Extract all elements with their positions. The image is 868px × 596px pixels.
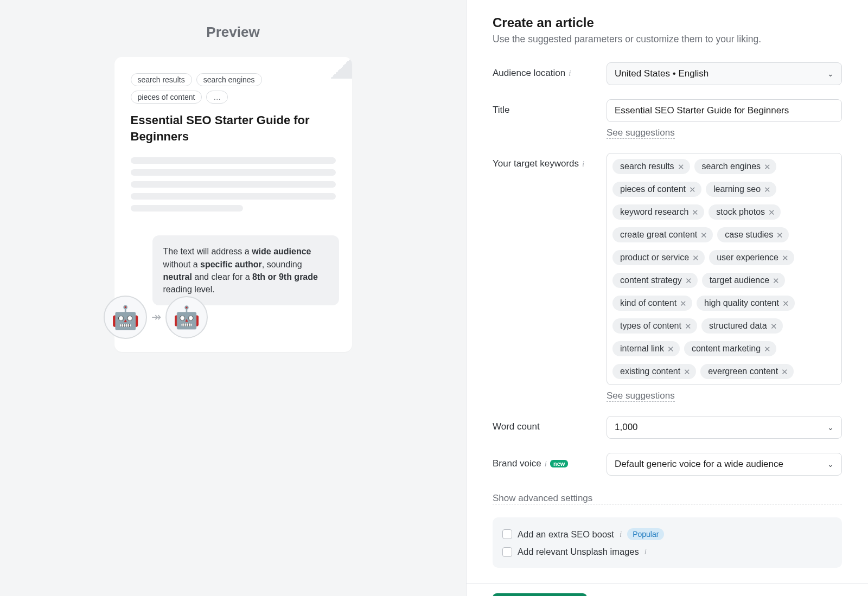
keyword-chip: evergreen content✕ <box>700 364 794 379</box>
robot-avatar-to: 🤖 <box>165 296 208 338</box>
info-icon[interactable]: i <box>582 159 584 169</box>
option-unsplash: Add relevant Unsplash images i <box>502 543 832 560</box>
preview-tag: search engines <box>196 73 262 86</box>
audience-location-select[interactable]: United States • English ⌄ <box>607 62 842 85</box>
remove-keyword-icon[interactable]: ✕ <box>685 277 692 285</box>
keyword-chip: structured data✕ <box>701 318 783 334</box>
remove-keyword-icon[interactable]: ✕ <box>689 185 696 194</box>
keyword-chip: search engines✕ <box>694 159 777 174</box>
remove-keyword-icon[interactable]: ✕ <box>776 231 783 239</box>
preview-heading: Preview <box>206 24 259 41</box>
form-heading: Create an article <box>493 15 842 30</box>
keyword-chip-label: case studies <box>725 230 773 240</box>
keyword-chip: content marketing✕ <box>684 341 776 356</box>
keyword-chip: user experience✕ <box>709 250 794 265</box>
info-icon[interactable]: i <box>569 69 571 78</box>
info-icon[interactable]: i <box>620 530 622 539</box>
label-text: Audience location <box>493 68 565 79</box>
keyword-chip-label: structured data <box>709 321 767 331</box>
field-label: Title <box>493 99 607 116</box>
keyword-chip: search results✕ <box>612 159 690 174</box>
remove-keyword-icon[interactable]: ✕ <box>678 163 685 171</box>
remove-keyword-icon[interactable]: ✕ <box>768 208 775 216</box>
remove-keyword-icon[interactable]: ✕ <box>684 368 691 376</box>
remove-keyword-icon[interactable]: ✕ <box>685 322 692 330</box>
see-suggestions-link[interactable]: See suggestions <box>607 127 675 139</box>
show-advanced-link[interactable]: Show advanced settings <box>493 493 842 504</box>
remove-keyword-icon[interactable]: ✕ <box>782 254 789 262</box>
preview-panel: Preview search results search engines pi… <box>0 0 467 596</box>
keywords-input-box[interactable]: search results✕search engines✕pieces of … <box>607 153 842 385</box>
skeleton-line <box>131 181 336 188</box>
option-label: Add relevant Unsplash images <box>518 547 639 557</box>
robot-avatar-from: 🤖 <box>104 296 147 339</box>
preview-tags: search results search engines pieces of … <box>131 73 336 104</box>
select-value: United States • English <box>615 68 709 79</box>
remove-keyword-icon[interactable]: ✕ <box>692 254 699 262</box>
keyword-chip: pieces of content✕ <box>612 182 701 197</box>
field-label: Your target keywords i <box>493 153 607 169</box>
remove-keyword-icon[interactable]: ✕ <box>667 345 674 353</box>
keyword-chip-label: user experience <box>717 253 778 262</box>
keyword-chip: keyword research✕ <box>612 204 704 220</box>
unsplash-checkbox[interactable] <box>502 547 512 557</box>
chevron-down-icon: ⌄ <box>827 423 834 432</box>
preview-voice-tooltip: The text will address a wide audience wi… <box>152 235 339 305</box>
info-icon[interactable]: i <box>644 547 647 556</box>
field-label: Audience location i <box>493 62 607 79</box>
arrow-right-icon: ↠ <box>151 310 161 324</box>
remove-keyword-icon[interactable]: ✕ <box>781 368 788 376</box>
skeleton-line <box>131 169 336 176</box>
label-text: Brand voice <box>493 458 541 469</box>
preview-card: search results search engines pieces of … <box>114 57 352 352</box>
keyword-chip-label: content strategy <box>620 275 682 285</box>
field-audience-location: Audience location i United States • Engl… <box>493 62 842 85</box>
field-brand-voice: Brand voice i new Default generic voice … <box>493 453 842 476</box>
brand-voice-select[interactable]: Default generic voice for a wide audienc… <box>607 453 842 476</box>
app-container: Preview search results search engines pi… <box>0 0 868 596</box>
keyword-chip-label: product or service <box>620 253 689 262</box>
keyword-chip-label: types of content <box>620 321 681 331</box>
keyword-chip: target audience✕ <box>702 273 785 288</box>
footer-bar: Create article <box>467 583 868 596</box>
remove-keyword-icon[interactable]: ✕ <box>764 345 771 353</box>
keyword-chip-label: search engines <box>702 162 761 171</box>
field-keywords: Your target keywords i search results✕se… <box>493 153 842 402</box>
field-label: Word count <box>493 416 607 432</box>
new-badge: new <box>550 460 568 467</box>
create-article-button[interactable]: Create article <box>493 593 587 596</box>
tooltip-text: and clear for a <box>192 272 252 281</box>
info-icon[interactable]: i <box>545 459 547 469</box>
remove-keyword-icon[interactable]: ✕ <box>700 231 707 239</box>
chevron-down-icon: ⌄ <box>827 69 834 78</box>
tooltip-text: without a <box>163 260 200 269</box>
label-text: Title <box>493 105 510 116</box>
keyword-chip: case studies✕ <box>717 227 789 242</box>
tooltip-bold: wide audience <box>252 247 311 256</box>
keyword-chip-label: search results <box>620 162 674 171</box>
see-suggestions-link[interactable]: See suggestions <box>607 390 675 402</box>
option-label: Add an extra SEO boost <box>518 529 614 540</box>
remove-keyword-icon[interactable]: ✕ <box>782 299 789 307</box>
remove-keyword-icon[interactable]: ✕ <box>764 163 771 171</box>
remove-keyword-icon[interactable]: ✕ <box>680 299 687 307</box>
remove-keyword-icon[interactable]: ✕ <box>770 322 777 330</box>
remove-keyword-icon[interactable]: ✕ <box>773 277 780 285</box>
keyword-chip: content strategy✕ <box>612 273 698 288</box>
word-count-select[interactable]: 1,000 ⌄ <box>607 416 842 439</box>
tooltip-bold: specific author <box>200 260 262 269</box>
keyword-chip: types of content✕ <box>612 318 697 334</box>
seo-boost-checkbox[interactable] <box>502 529 512 539</box>
skeleton-line <box>131 205 244 212</box>
keyword-chip-label: learning seo <box>713 184 761 194</box>
keyword-chip: create great content✕ <box>612 227 713 242</box>
title-input[interactable] <box>607 99 842 122</box>
preview-tag: pieces of content <box>131 91 202 104</box>
keyword-chip-label: internal link <box>620 344 664 354</box>
keyword-chip: product or service✕ <box>612 250 705 265</box>
remove-keyword-icon[interactable]: ✕ <box>692 208 699 216</box>
keyword-chip: stock photos✕ <box>709 204 781 220</box>
remove-keyword-icon[interactable]: ✕ <box>764 185 771 194</box>
keyword-chip: high quality content✕ <box>697 296 795 311</box>
tooltip-text: reading level. <box>163 285 215 294</box>
